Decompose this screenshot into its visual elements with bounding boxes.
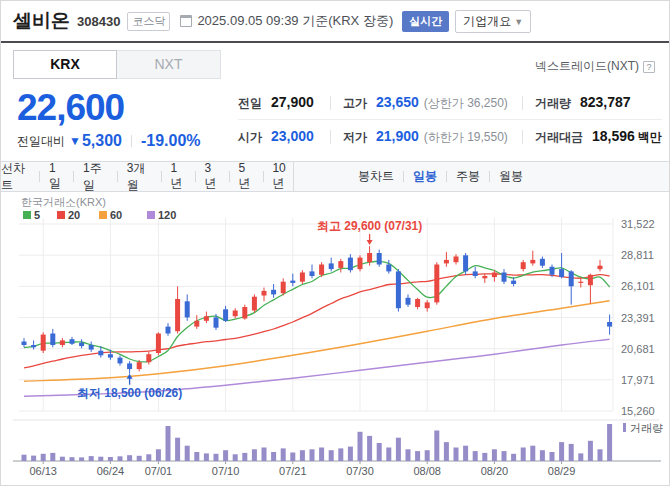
prev-close-value: 27,900 xyxy=(271,94,314,110)
change-value: 5,300 xyxy=(82,132,122,150)
volume-bar xyxy=(406,449,411,461)
volume-bar xyxy=(492,449,497,461)
volume-bar xyxy=(223,450,228,461)
volume-cell: 거래량 823,787 xyxy=(522,94,662,112)
candle-body xyxy=(598,266,603,269)
volume-bar xyxy=(540,450,545,461)
y-axis-label: 23,391 xyxy=(621,312,655,324)
candle-body xyxy=(127,363,132,369)
volume-bar xyxy=(530,446,535,461)
high-value: 23,650 xyxy=(376,94,419,110)
candle-body xyxy=(70,339,75,344)
chevron-down-icon: ▼ xyxy=(514,17,523,27)
high-label: 고가 xyxy=(343,95,367,112)
candle-body xyxy=(214,317,219,327)
period-3y[interactable]: 3년 xyxy=(204,161,219,192)
volume-value: 823,787 xyxy=(580,94,631,110)
period-3m[interactable]: 3개월 xyxy=(127,160,152,194)
mode-monthly[interactable]: 월봉 xyxy=(499,168,523,185)
exchange-label: 한국거래소(KRX) xyxy=(21,196,106,208)
candle-body xyxy=(118,358,123,364)
candle-body xyxy=(377,253,382,265)
ma5-line xyxy=(24,261,610,362)
volume-bar xyxy=(329,450,334,461)
candle-body xyxy=(588,275,593,285)
market-badge: 코스닥 xyxy=(127,12,170,31)
period-1y[interactable]: 1년 xyxy=(170,161,185,192)
candle-body xyxy=(348,258,353,271)
candle-body xyxy=(262,291,267,296)
volume-bar xyxy=(252,449,257,461)
candle-body xyxy=(367,253,372,262)
mode-daily[interactable]: 일봉 xyxy=(413,168,437,185)
volume-bar xyxy=(98,457,103,461)
volume-bar xyxy=(22,455,27,461)
open-value: 23,000 xyxy=(271,128,314,144)
volume-bar xyxy=(300,450,305,461)
divider xyxy=(131,135,132,147)
candle-body xyxy=(175,299,180,331)
x-axis-label: 07/01 xyxy=(145,465,173,477)
volume-bar xyxy=(348,447,353,461)
candle-body xyxy=(358,258,363,270)
period-5y[interactable]: 5년 xyxy=(238,161,253,192)
candle-body xyxy=(98,351,103,356)
low-cell: 저가 21,900 (하한가 19,550) xyxy=(330,128,522,146)
quote-basis: 기준(KRX 장중) xyxy=(302,13,393,28)
y-axis-label: 17,971 xyxy=(621,374,655,386)
volume-bars xyxy=(22,424,613,461)
change-percent: -19.00% xyxy=(141,132,201,150)
volume-bar xyxy=(233,454,238,461)
volume-bar xyxy=(70,457,75,461)
amount-cell: 거래대금 18,596 백만 xyxy=(522,128,662,146)
prev-close-label: 전일 xyxy=(238,95,262,112)
candle-body xyxy=(511,281,516,284)
nextrade-link[interactable]: 넥스트레이드(NXT) ? xyxy=(535,58,655,75)
candle-body xyxy=(559,269,564,277)
volume-bar xyxy=(550,452,555,461)
low-annotation: 최저 18,500 (06/26) xyxy=(77,386,182,400)
volume-bar xyxy=(511,454,516,461)
x-axis-label: 07/30 xyxy=(346,465,374,477)
tab-krx[interactable]: KRX xyxy=(13,50,117,79)
volume-bar xyxy=(89,456,94,461)
x-axis-label: 06/24 xyxy=(97,465,125,477)
candle-body xyxy=(425,302,430,308)
mode-weekly[interactable]: 주봉 xyxy=(456,168,480,185)
period-10y[interactable]: 10년 xyxy=(272,161,293,192)
candle-body xyxy=(242,307,247,319)
candle-body xyxy=(502,273,507,282)
candle-body xyxy=(607,322,612,327)
open-cell: 시가 23,000 xyxy=(238,128,330,146)
low-value: 21,900 xyxy=(376,128,419,144)
line-chart-caption[interactable]: 선차트 xyxy=(1,160,30,194)
period-1d[interactable]: 1일 xyxy=(49,161,64,192)
candle-body xyxy=(396,271,401,308)
company-overview-button[interactable]: 기업개요▼ xyxy=(455,10,531,33)
candle-body xyxy=(406,298,411,305)
candle-body xyxy=(31,345,36,347)
volume-bar xyxy=(271,452,276,461)
candle-chart-group: 봉차트 일봉 주봉 월봉 xyxy=(293,162,669,191)
help-icon[interactable]: ? xyxy=(643,61,655,73)
candle-body xyxy=(530,260,535,264)
candle-body xyxy=(50,334,55,346)
volume-bar xyxy=(386,448,391,462)
volume-bar xyxy=(185,446,190,461)
candlestick-chart[interactable]: 31,52228,81126,10123,39120,68117,97115,2… xyxy=(1,192,669,486)
amount-value: 18,596 xyxy=(592,128,635,144)
high-annotation: 최고 29,600 (07/31) xyxy=(317,219,422,233)
volume-bar xyxy=(559,442,564,461)
tab-nxt[interactable]: NXT xyxy=(117,50,221,79)
volume-bar xyxy=(242,453,247,461)
candle-body xyxy=(463,255,468,271)
divider xyxy=(263,171,264,182)
candle-body xyxy=(41,335,46,351)
period-1w[interactable]: 1주일 xyxy=(83,160,108,194)
candle-body xyxy=(578,282,583,283)
candle-body xyxy=(185,301,190,317)
realtime-button[interactable]: 실시간 xyxy=(402,11,449,32)
candle-chart-caption[interactable]: 봉차트 xyxy=(358,168,394,185)
volume-bar xyxy=(166,426,171,461)
legend-swatch xyxy=(99,211,107,219)
